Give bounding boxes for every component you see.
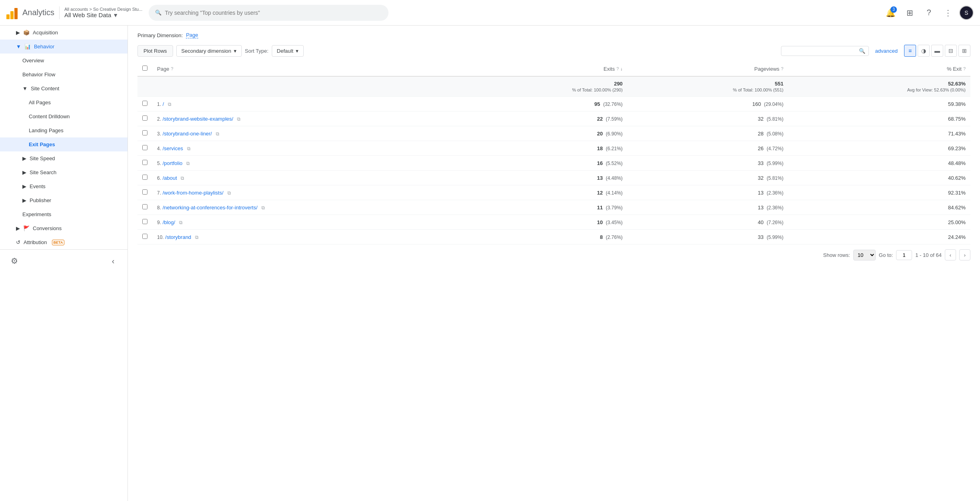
performance-view-button[interactable]: ▬: [931, 45, 943, 57]
pageviews-pct: (5.81%): [767, 175, 783, 181]
sidebar-item-experiments[interactable]: Experiments: [0, 207, 127, 221]
row-checkbox-1[interactable]: [142, 115, 147, 121]
row-checkbox-7[interactable]: [142, 204, 147, 209]
sidebar-item-behavior-flow[interactable]: Behavior Flow: [0, 68, 127, 82]
exits-pct: (5.52%): [606, 161, 623, 166]
page-link[interactable]: /portfolio: [163, 160, 183, 166]
top-header: Analytics All accounts > So Creative Des…: [0, 0, 980, 26]
sidebar-item-events[interactable]: ▶ Events: [0, 179, 127, 193]
select-all-checkbox[interactable]: [142, 66, 147, 71]
avatar[interactable]: S: [959, 6, 974, 20]
pie-view-button[interactable]: ◑: [918, 45, 930, 57]
row-checkbox-8[interactable]: [142, 219, 147, 224]
pageviews-col-header[interactable]: Pageviews ?: [627, 62, 788, 76]
app-title: Analytics: [22, 8, 54, 17]
plot-rows-button[interactable]: Plot Rows: [137, 45, 173, 57]
row-checkbox-4[interactable]: [142, 160, 147, 165]
sort-type-dropdown[interactable]: Default ▾: [272, 45, 304, 57]
sidebar-item-publisher[interactable]: ▶ Publisher: [0, 193, 127, 207]
row-pageviews-cell: 33 (5.99%): [627, 230, 788, 245]
row-checkbox-9[interactable]: [142, 234, 147, 239]
row-checkbox-6[interactable]: [142, 189, 147, 195]
copy-icon[interactable]: ⧉: [237, 116, 241, 122]
copy-icon[interactable]: ⧉: [186, 161, 190, 166]
rows-per-page-select[interactable]: 10 25 50 100: [853, 250, 876, 260]
row-page-cell: 5. /portfolio ⧉: [152, 156, 467, 171]
exits-col-header[interactable]: Exits ? ↓: [467, 62, 627, 76]
sidebar-item-behavior[interactable]: ▼ 📊 Behavior: [0, 40, 127, 54]
page-link[interactable]: /services: [163, 145, 183, 151]
sidebar-item-exit-pages[interactable]: Exit Pages: [0, 137, 127, 151]
page-link[interactable]: /networking-at-conferences-for-introvert…: [163, 205, 258, 211]
copy-icon[interactable]: ⧉: [168, 101, 171, 107]
sidebar-item-all-pages[interactable]: All Pages: [0, 95, 127, 109]
row-number: 6.: [157, 175, 161, 181]
copy-icon[interactable]: ⧉: [181, 175, 184, 181]
page-link[interactable]: /work-from-home-playlists/: [163, 190, 223, 196]
sidebar-item-acquisition[interactable]: ▶ 📦 Acquisition: [0, 26, 127, 40]
search-input[interactable]: [165, 10, 382, 16]
sidebar-item-overview[interactable]: Overview: [0, 54, 127, 68]
page-link[interactable]: /about: [163, 175, 177, 181]
sidebar-item-conversions[interactable]: ▶ 🚩 Conversions: [0, 221, 127, 235]
advanced-link[interactable]: advanced: [875, 48, 898, 54]
page-link[interactable]: /blog/: [163, 219, 175, 225]
next-page-button[interactable]: ›: [959, 249, 970, 260]
page-col-header[interactable]: Page ?: [152, 62, 467, 76]
sidebar-site-content-label: Site Content: [31, 85, 60, 91]
table-search-input[interactable]: [785, 48, 857, 54]
copy-icon[interactable]: ⧉: [187, 146, 191, 151]
pivot-view-button[interactable]: ⊞: [958, 45, 970, 57]
sidebar-item-site-content[interactable]: ▼ Site Content: [0, 82, 127, 95]
row-page-cell: 1. / ⧉: [152, 97, 467, 111]
table-row: 10. /storybrand ⧉ 8 (2.76%) 33 (5.99%) 2…: [137, 230, 970, 245]
page-link[interactable]: /storybrand-one-liner/: [163, 131, 212, 137]
exits-pct: (7.59%): [606, 116, 623, 122]
apps-button[interactable]: ⊞: [902, 5, 918, 21]
sidebar-item-site-search[interactable]: ▶ Site Search: [0, 165, 127, 179]
settings-button[interactable]: ⚙: [6, 253, 22, 269]
notifications-button[interactable]: 🔔 3: [882, 5, 898, 21]
behavior-icon: 📊: [24, 44, 31, 50]
table-view-button[interactable]: ≡: [904, 45, 916, 57]
row-checkbox-5[interactable]: [142, 175, 147, 180]
help-button[interactable]: ?: [921, 5, 937, 21]
row-pct-exit-cell: 71.43%: [788, 126, 970, 141]
pct-exit-col-header[interactable]: % Exit ?: [788, 62, 970, 76]
secondary-dimension-dropdown[interactable]: Secondary dimension ▾: [176, 45, 242, 57]
comparison-view-button[interactable]: ⊟: [945, 45, 957, 57]
row-pct-exit-cell: 25.00%: [788, 215, 970, 230]
table-row: 8. /networking-at-conferences-for-introv…: [137, 200, 970, 215]
row-checkbox-2[interactable]: [142, 130, 147, 135]
page-goto-input[interactable]: [896, 250, 912, 260]
exits-pct: (32.76%): [603, 101, 623, 107]
page-link[interactable]: /: [163, 101, 164, 107]
sidebar-item-site-speed[interactable]: ▶ Site Speed: [0, 151, 127, 165]
copy-icon[interactable]: ⧉: [179, 220, 183, 225]
copy-icon[interactable]: ⧉: [261, 205, 265, 211]
copy-icon[interactable]: ⧉: [227, 190, 231, 196]
row-exits-cell: 8 (2.76%): [467, 230, 627, 245]
sidebar-item-content-drilldown[interactable]: Content Drilldown: [0, 109, 127, 123]
page-link[interactable]: /storybrand: [165, 234, 191, 240]
prev-page-button[interactable]: ‹: [945, 249, 956, 260]
account-name-row: All Web Site Data ▼: [64, 12, 142, 18]
row-checkbox-0[interactable]: [142, 101, 147, 106]
copy-icon[interactable]: ⧉: [216, 131, 219, 137]
sidebar-behavior-label: Behavior: [34, 44, 54, 50]
more-options-button[interactable]: ⋮: [940, 5, 956, 21]
row-checkbox-3[interactable]: [142, 145, 147, 150]
page-link[interactable]: /storybrand-website-examples/: [163, 116, 233, 122]
primary-dimension-bar: Primary Dimension: Page: [137, 32, 970, 38]
account-selector[interactable]: All accounts > So Creative Design Stu...…: [64, 7, 142, 18]
account-dropdown-arrow: ▼: [113, 12, 118, 18]
sidebar-item-landing-pages[interactable]: Landing Pages: [0, 123, 127, 137]
collapse-sidebar-button[interactable]: ‹: [105, 253, 121, 269]
copy-icon[interactable]: ⧉: [195, 235, 199, 240]
sidebar-item-attribution[interactable]: ↺ Attribution BETA: [0, 235, 127, 249]
primary-dim-value[interactable]: Page: [186, 32, 198, 38]
row-pct-exit-cell: 24.24%: [788, 230, 970, 245]
table-row: 9. /blog/ ⧉ 10 (3.45%) 40 (7.26%) 25.00%: [137, 215, 970, 230]
table-search-filter[interactable]: 🔍: [781, 46, 869, 56]
global-search-bar[interactable]: 🔍: [149, 5, 388, 21]
